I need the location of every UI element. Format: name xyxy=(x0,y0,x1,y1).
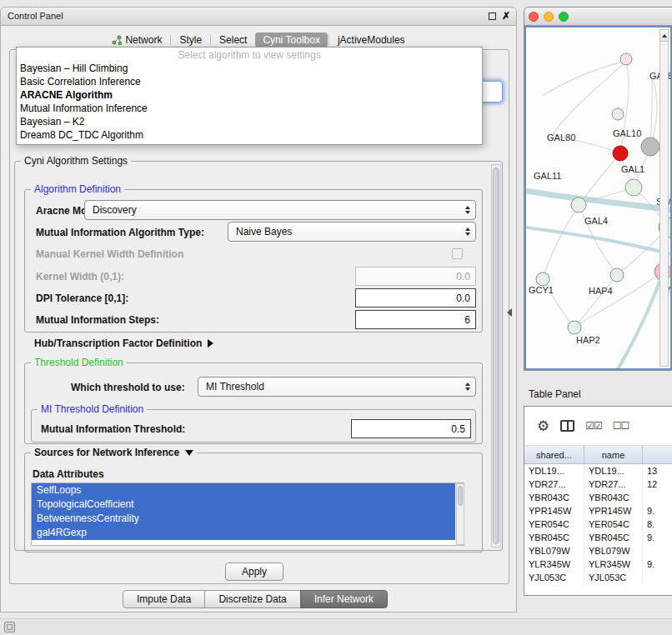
mi-threshold-field[interactable]: 0.5 xyxy=(351,419,471,438)
list-item-gal4rgexp[interactable]: gal4RGexp xyxy=(32,526,455,540)
network-node[interactable] xyxy=(612,108,624,120)
close-traffic-light[interactable] xyxy=(529,12,539,22)
tab-impute-data[interactable]: Impute Data xyxy=(123,590,205,608)
cell[interactable]: YPR145W xyxy=(524,504,584,518)
dropdown-item-dream8[interactable]: Dream8 DC_TDC Algorithm xyxy=(17,128,482,142)
cell[interactable]: YER054C xyxy=(524,518,584,531)
list-scrollbar[interactable] xyxy=(456,483,464,545)
table-row[interactable]: YLR345W YLR345W 9. xyxy=(524,558,672,571)
zoom-traffic-light[interactable] xyxy=(559,12,569,22)
mi-steps-field[interactable]: 6 xyxy=(355,310,476,329)
cell[interactable] xyxy=(643,491,671,504)
cell[interactable]: YBL079W xyxy=(584,544,643,558)
network-node-hap2[interactable] xyxy=(568,321,581,334)
cell[interactable]: YPR145W xyxy=(584,504,643,518)
cell[interactable]: YBR043C xyxy=(584,491,643,504)
cell[interactable]: 13 xyxy=(643,464,671,478)
select-all-icon[interactable]: ☑☑ xyxy=(585,420,602,432)
columns-icon[interactable] xyxy=(560,420,574,432)
scrollbar-thumb[interactable] xyxy=(458,486,463,506)
deselect-all-icon[interactable]: ☐☐ xyxy=(613,420,629,432)
hub-definition-expander[interactable]: Hub/Transcription Factor Definition xyxy=(34,338,213,349)
cell[interactable]: 8. xyxy=(643,518,671,531)
network-node-gal4[interactable] xyxy=(571,198,586,212)
aracne-mode-combo[interactable]: Discovery xyxy=(84,200,476,220)
cell[interactable]: YBL079W xyxy=(524,544,584,558)
list-item-betweennesscentrality[interactable]: BetweennessCentrality xyxy=(32,512,455,526)
network-node-hap4[interactable] xyxy=(610,268,624,282)
manual-kernel-checkbox[interactable] xyxy=(452,248,463,259)
network-node-gcy1[interactable] xyxy=(536,272,549,286)
cell[interactable]: YJL053C xyxy=(584,571,643,584)
svg-text:GCY1: GCY1 xyxy=(529,285,554,295)
network-scrollbar[interactable] xyxy=(659,29,669,367)
dropdown-item-bayesian-hill-climbing[interactable]: Bayesian – Hill Climbing xyxy=(17,62,482,75)
list-item-selfloops[interactable]: SelfLoops xyxy=(32,483,455,498)
data-attributes-list[interactable]: SelfLoops TopologicalCoefficient Between… xyxy=(31,482,464,546)
float-window-icon[interactable] xyxy=(489,12,496,20)
kernel-width-field[interactable]: 0.0 xyxy=(355,267,476,286)
table-row[interactable]: YJL053C YJL053C xyxy=(524,571,672,584)
apply-button[interactable]: Apply xyxy=(225,562,283,581)
table-row[interactable]: YER054C YER054C 8. xyxy=(524,518,672,531)
cell[interactable]: YLR345W xyxy=(584,558,643,571)
tab-separator xyxy=(210,35,211,45)
settings-scrollbar[interactable] xyxy=(491,164,501,548)
table-row[interactable]: YPR145W YPR145W 9. xyxy=(524,504,672,518)
cell[interactable]: YDR27... xyxy=(584,478,643,491)
network-node[interactable] xyxy=(620,53,632,65)
close-icon[interactable]: ✗ xyxy=(502,10,510,22)
table-row[interactable]: YBL079W YBL079W xyxy=(524,544,672,558)
tab-style[interactable]: Style xyxy=(172,32,209,48)
dropdown-item-mutual-information[interactable]: Mutual Information Inference xyxy=(17,102,482,115)
cell[interactable]: YBR045C xyxy=(524,531,584,544)
dpi-tolerance-field[interactable]: 0.0 xyxy=(355,288,476,308)
cell[interactable] xyxy=(643,544,671,558)
column-header-partial[interactable] xyxy=(643,446,671,463)
cell[interactable]: YDL19... xyxy=(524,464,584,478)
gear-icon[interactable]: ⚙ xyxy=(537,419,549,433)
tab-network[interactable]: Network xyxy=(104,32,169,48)
tab-infer-network[interactable]: Infer Network xyxy=(300,590,388,608)
docked-panel-icon[interactable] xyxy=(4,622,15,632)
splitter-collapse-arrow[interactable] xyxy=(507,308,512,317)
cell[interactable]: YJL053C xyxy=(524,571,584,584)
control-panel-titlebar: Control Panel ✗ xyxy=(1,8,516,26)
cell[interactable]: YLR345W xyxy=(524,558,584,571)
dropdown-item-basic-correlation[interactable]: Basic Correlation Inference xyxy=(17,75,482,88)
column-header-shared-name[interactable]: shared... xyxy=(524,446,584,463)
cell[interactable]: YDR27... xyxy=(524,478,584,491)
column-header-name[interactable]: name xyxy=(584,446,643,463)
tab-discretize-data[interactable]: Discretize Data xyxy=(204,590,300,608)
scrollbar-thumb[interactable] xyxy=(493,168,499,544)
table-row[interactable]: YDR27... YDR27... 12 xyxy=(524,478,672,491)
window-title: Control Panel xyxy=(8,11,63,21)
tab-select[interactable]: Select xyxy=(212,32,254,48)
list-item-topologicalcoefficient[interactable]: TopologicalCoefficient xyxy=(32,498,455,512)
scroll-up-arrow[interactable] xyxy=(660,30,668,42)
network-node-gal10[interactable] xyxy=(641,138,659,156)
cell[interactable]: YER054C xyxy=(584,518,643,531)
cell[interactable] xyxy=(643,571,671,584)
cell[interactable]: YBR043C xyxy=(524,491,584,504)
cell[interactable]: 9. xyxy=(643,558,671,571)
dropdown-item-aracne[interactable]: ARACNE Algorithm xyxy=(17,88,482,102)
cell[interactable]: 12 xyxy=(643,478,671,491)
minimize-traffic-light[interactable] xyxy=(544,12,554,22)
table-row[interactable]: YDL19... YDL19... 13 xyxy=(524,464,672,478)
tab-cyni-toolbox[interactable]: Cyni Toolbox xyxy=(255,32,327,48)
mi-type-combo[interactable]: Naive Bayes xyxy=(228,222,476,242)
cell[interactable]: 9. xyxy=(643,531,671,544)
cell[interactable]: YBR045C xyxy=(584,531,643,544)
network-node-gal1[interactable] xyxy=(625,179,642,196)
table-row[interactable]: YBR045C YBR045C 9. xyxy=(524,531,672,544)
table-row[interactable]: YBR043C YBR043C xyxy=(524,491,672,504)
cell[interactable]: YDL19... xyxy=(584,464,643,478)
sources-expander[interactable]: Sources for Network Inference xyxy=(31,447,197,458)
dropdown-item-bayesian-k2[interactable]: Bayesian – K2 xyxy=(17,115,482,128)
tab-jactivemodules[interactable]: jActiveModules xyxy=(330,32,413,48)
network-canvas[interactable]: GAL8 GAL80 GAL10 GAL11 GAL1 SWI4 GAL4 GC… xyxy=(524,26,672,370)
network-node-selected-red[interactable] xyxy=(613,146,628,161)
which-threshold-combo[interactable]: MI Threshold xyxy=(198,377,476,397)
cell[interactable]: 9. xyxy=(643,504,671,518)
